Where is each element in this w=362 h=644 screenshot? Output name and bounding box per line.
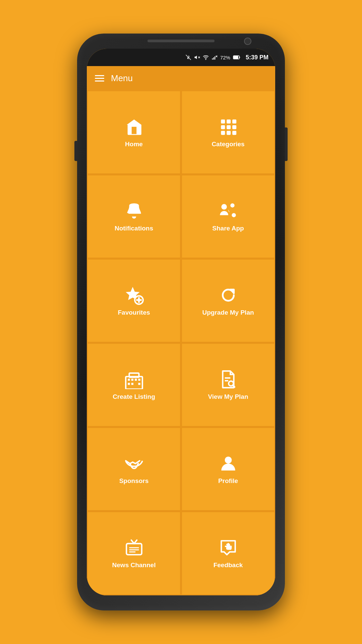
volume-button bbox=[74, 141, 77, 161]
svg-rect-10 bbox=[234, 56, 238, 59]
menu-item-home[interactable]: Home bbox=[87, 90, 181, 174]
app-header: Menu bbox=[87, 66, 275, 90]
wifi-icon bbox=[203, 54, 209, 60]
battery-icon bbox=[233, 55, 240, 60]
menu-label-upgrade-my-plan: Upgrade My Plan bbox=[202, 309, 254, 316]
tv-icon bbox=[124, 538, 144, 557]
menu-item-profile[interactable]: Profile bbox=[181, 427, 275, 511]
svg-rect-5 bbox=[213, 57, 214, 60]
grid-icon bbox=[219, 117, 238, 137]
svg-rect-31 bbox=[135, 378, 137, 380]
mute-icon bbox=[194, 54, 200, 60]
phone-screen: 72% 5:39 PM Menu bbox=[87, 49, 275, 595]
menu-label-profile: Profile bbox=[218, 477, 238, 485]
svg-rect-4 bbox=[212, 58, 213, 60]
menu-grid: Home Categories bbox=[87, 90, 275, 595]
menu-label-feedback: Feedback bbox=[214, 561, 243, 569]
svg-rect-30 bbox=[131, 378, 133, 380]
building-icon bbox=[124, 370, 144, 389]
menu-item-notifications[interactable]: Notifications bbox=[87, 174, 181, 259]
svg-rect-11 bbox=[221, 119, 225, 123]
star-plus-icon bbox=[124, 285, 144, 305]
phone-device: 72% 5:39 PM Menu bbox=[77, 34, 285, 610]
menu-item-feedback[interactable]: Feedback bbox=[181, 511, 275, 595]
menu-label-share-app: Share App bbox=[212, 225, 244, 232]
menu-item-view-my-plan[interactable]: View My Plan bbox=[181, 343, 275, 427]
status-bar: 72% 5:39 PM bbox=[87, 49, 275, 66]
menu-label-view-my-plan: View My Plan bbox=[208, 393, 248, 400]
refresh-icon bbox=[219, 285, 238, 305]
svg-rect-19 bbox=[232, 131, 236, 135]
home-icon bbox=[124, 117, 144, 137]
status-icons: 72% 5:39 PM bbox=[185, 54, 268, 61]
page-title: Menu bbox=[111, 73, 133, 84]
svg-point-23 bbox=[232, 213, 236, 217]
menu-label-news-channel: News Channel bbox=[112, 561, 156, 569]
menu-label-favourites: Favourites bbox=[118, 309, 150, 316]
bluetooth-icon bbox=[185, 54, 191, 60]
menu-item-upgrade-my-plan[interactable]: Upgrade My Plan bbox=[181, 259, 275, 343]
svg-rect-29 bbox=[128, 378, 130, 380]
menu-label-categories: Categories bbox=[212, 141, 244, 148]
svg-rect-17 bbox=[221, 131, 225, 135]
menu-label-create-listing: Create Listing bbox=[113, 393, 155, 400]
svg-rect-32 bbox=[138, 378, 140, 380]
svg-rect-44 bbox=[126, 543, 142, 554]
svg-rect-34 bbox=[131, 383, 133, 385]
svg-point-22 bbox=[230, 203, 234, 207]
svg-rect-36 bbox=[138, 383, 140, 385]
power-button bbox=[285, 127, 288, 161]
svg-point-43 bbox=[225, 457, 232, 464]
search-doc-icon bbox=[219, 370, 238, 389]
battery-level: 72% bbox=[220, 55, 230, 60]
menu-label-home: Home bbox=[125, 141, 143, 148]
svg-rect-18 bbox=[227, 131, 231, 135]
svg-rect-16 bbox=[232, 125, 236, 129]
svg-rect-33 bbox=[128, 383, 130, 385]
svg-rect-37 bbox=[129, 373, 139, 377]
menu-item-sponsors[interactable]: Sponsors bbox=[87, 427, 181, 511]
menu-item-create-listing[interactable]: Create Listing bbox=[87, 343, 181, 427]
hamburger-menu-button[interactable] bbox=[95, 75, 104, 82]
chat-thumbs-icon bbox=[219, 538, 238, 557]
svg-point-21 bbox=[221, 204, 227, 210]
svg-rect-15 bbox=[227, 125, 231, 129]
person-icon bbox=[219, 454, 238, 473]
svg-rect-14 bbox=[221, 125, 225, 129]
menu-item-favourites[interactable]: Favourites bbox=[87, 259, 181, 343]
svg-rect-6 bbox=[215, 56, 215, 60]
svg-point-3 bbox=[205, 59, 206, 60]
share-icon bbox=[219, 201, 238, 221]
menu-label-notifications: Notifications bbox=[115, 225, 153, 232]
svg-rect-13 bbox=[232, 119, 236, 123]
signal-icon bbox=[212, 54, 218, 60]
svg-rect-20 bbox=[126, 213, 128, 214]
svg-line-42 bbox=[233, 385, 234, 387]
menu-item-share-app[interactable]: Share App bbox=[181, 174, 275, 259]
menu-label-sponsors: Sponsors bbox=[119, 477, 149, 485]
menu-item-categories[interactable]: Categories bbox=[181, 90, 275, 174]
svg-rect-12 bbox=[227, 119, 231, 123]
menu-item-news-channel[interactable]: News Channel bbox=[87, 511, 181, 595]
status-time: 5:39 PM bbox=[246, 54, 268, 61]
handshake-icon bbox=[124, 454, 144, 473]
bell-icon bbox=[124, 201, 144, 221]
